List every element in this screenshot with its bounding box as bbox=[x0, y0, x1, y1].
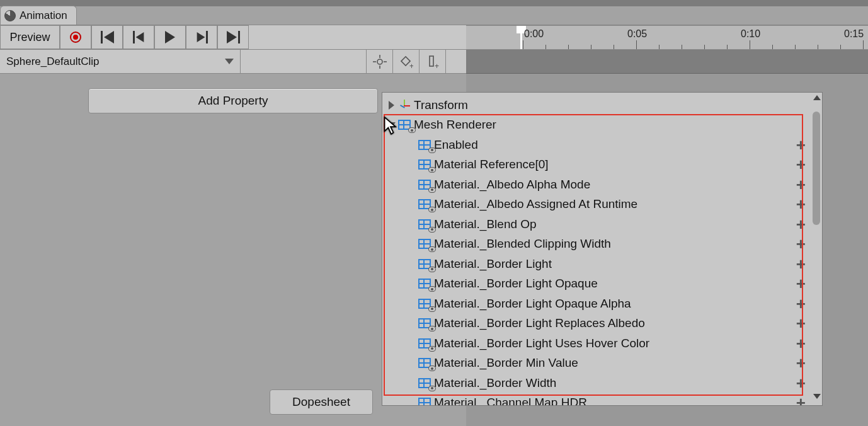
tree-item-property[interactable]: Material._Albedo Alpha Mode+ bbox=[382, 175, 809, 195]
tree-item-property[interactable]: Material._Border Light Opaque+ bbox=[382, 274, 809, 294]
add-icon[interactable]: + bbox=[796, 137, 806, 153]
property-popup: TransformMesh RendererEnabled+Material R… bbox=[382, 92, 823, 406]
first-frame-button[interactable] bbox=[91, 25, 123, 49]
tree-item-property[interactable]: Material._Channel Map HDR+ bbox=[382, 393, 809, 406]
add-icon[interactable]: + bbox=[796, 394, 806, 406]
tree-label: Material._Albedo Alpha Mode bbox=[434, 178, 590, 192]
tree-label: Material._Border Light Uses Hover Color bbox=[434, 337, 649, 350]
tree-item-property[interactable]: Material._Border Light Uses Hover Color+ bbox=[382, 333, 809, 354]
tree-item-property[interactable]: Material._Blended Clipping Width+ bbox=[382, 234, 809, 255]
tree-item-mesh-renderer[interactable]: Mesh Renderer bbox=[382, 115, 809, 135]
scrollbar[interactable] bbox=[811, 93, 822, 405]
tree-item-property[interactable]: Enabled+ bbox=[382, 135, 809, 155]
tree-label: Material._Border Light bbox=[434, 257, 552, 271]
next-icon bbox=[197, 32, 205, 42]
add-icon[interactable]: + bbox=[796, 355, 806, 371]
svg-rect-7 bbox=[430, 56, 433, 66]
tree-label: Transform bbox=[414, 98, 468, 112]
tree-label: Material._Border Light Opaque bbox=[434, 277, 598, 291]
add-icon[interactable]: + bbox=[796, 156, 806, 173]
transform-icon bbox=[397, 98, 411, 112]
add-keyframe-button[interactable]: + bbox=[393, 50, 420, 73]
svg-rect-5 bbox=[401, 56, 409, 65]
expand-icon bbox=[389, 101, 394, 110]
tab-animation[interactable]: Animation bbox=[0, 6, 77, 25]
timeline-track[interactable] bbox=[466, 50, 868, 74]
animation-icon bbox=[4, 10, 16, 21]
skip-start-icon bbox=[101, 31, 103, 43]
tree-item-property[interactable]: Material._Border Width+ bbox=[382, 373, 809, 393]
clip-dropdown[interactable]: Sphere_DefaultClip bbox=[0, 50, 241, 73]
tree-item-property[interactable]: Material._Border Light+ bbox=[382, 254, 809, 274]
tree-label: Material._Blended Clipping Width bbox=[434, 237, 611, 251]
record-button[interactable] bbox=[60, 25, 91, 49]
add-icon[interactable]: + bbox=[796, 176, 806, 193]
tree-item-transform[interactable]: Transform bbox=[382, 95, 809, 115]
tree-label: Material._Border Light Replaces Albedo bbox=[434, 316, 645, 330]
add-icon[interactable]: + bbox=[796, 236, 806, 252]
add-icon[interactable]: + bbox=[796, 335, 806, 352]
add-icon[interactable]: + bbox=[796, 315, 806, 331]
add-icon[interactable]: + bbox=[796, 256, 806, 272]
collapse-icon bbox=[387, 122, 396, 128]
clip-name: Sphere_DefaultClip bbox=[6, 55, 99, 68]
play-icon bbox=[165, 31, 175, 43]
preview-button[interactable]: Preview bbox=[0, 25, 60, 49]
tree-item-property[interactable]: Material._Border Light Opaque Alpha+ bbox=[382, 294, 809, 314]
add-icon[interactable]: + bbox=[796, 296, 806, 312]
tree-item-property[interactable]: Material._Border Min Value+ bbox=[382, 354, 809, 374]
tree-item-property[interactable]: Material._Albedo Assigned At Runtime+ bbox=[382, 195, 809, 215]
play-button[interactable] bbox=[154, 25, 186, 49]
tree-item-property[interactable]: Material Reference[0]+ bbox=[382, 155, 809, 175]
svg-point-0 bbox=[377, 59, 382, 64]
scrollbar-thumb[interactable] bbox=[813, 112, 820, 225]
add-icon[interactable]: + bbox=[796, 375, 806, 391]
add-event-button[interactable]: + bbox=[420, 50, 446, 73]
add-property-button[interactable]: Add Property bbox=[88, 88, 378, 113]
add-icon[interactable]: + bbox=[796, 196, 806, 212]
tree-label: Enabled bbox=[434, 138, 478, 152]
next-key-button[interactable] bbox=[186, 25, 217, 49]
tree-label: Material Reference[0] bbox=[434, 158, 549, 171]
tree-label: Material._Blend Op bbox=[434, 217, 537, 231]
last-frame-button[interactable] bbox=[217, 25, 249, 49]
tree-label: Material._Albedo Assigned At Runtime bbox=[434, 197, 637, 211]
event-add-icon: + bbox=[426, 55, 440, 69]
keyframe-add-icon: + bbox=[399, 55, 413, 69]
prev-key-button[interactable] bbox=[123, 25, 154, 49]
add-icon[interactable]: + bbox=[796, 275, 806, 292]
svg-text:+: + bbox=[409, 62, 413, 69]
record-icon bbox=[70, 32, 81, 43]
timeline-ruler[interactable]: 0:00 0:05 0:10 0:15 bbox=[466, 25, 868, 50]
tree-label: Material._Channel Map HDR bbox=[434, 396, 587, 406]
scroll-up-icon[interactable] bbox=[812, 95, 821, 104]
chevron-down-icon bbox=[225, 59, 234, 64]
crosshair-icon bbox=[373, 55, 387, 69]
svg-text:+: + bbox=[435, 62, 439, 69]
add-icon[interactable]: + bbox=[796, 216, 806, 233]
tree-label: Mesh Renderer bbox=[414, 118, 496, 132]
prev-icon bbox=[133, 31, 135, 43]
tab-label: Animation bbox=[20, 9, 67, 22]
tree-label: Material._Border Width bbox=[434, 376, 556, 390]
scroll-down-icon[interactable] bbox=[812, 394, 821, 403]
tree-label: Material._Border Light Opaque Alpha bbox=[434, 297, 631, 311]
tree-label: Material._Border Min Value bbox=[434, 356, 578, 370]
tree-item-property[interactable]: Material._Blend Op+ bbox=[382, 214, 809, 234]
filter-selection-button[interactable] bbox=[367, 50, 393, 73]
dopesheet-button[interactable]: Dopesheet bbox=[270, 389, 373, 415]
tree-item-property[interactable]: Material._Border Light Replaces Albedo+ bbox=[382, 314, 809, 334]
skip-end-icon bbox=[227, 31, 237, 43]
